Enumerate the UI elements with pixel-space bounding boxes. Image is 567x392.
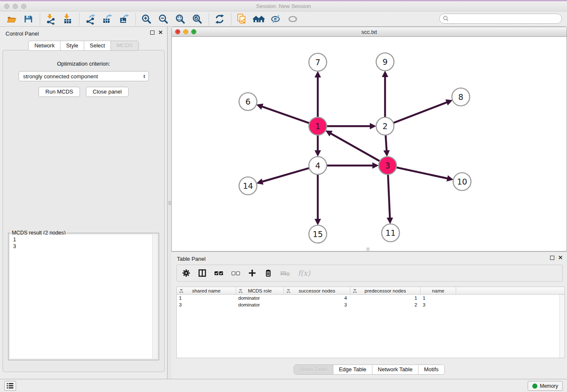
show-hidden-icon[interactable] xyxy=(286,13,299,25)
tab-motifs[interactable]: Motifs xyxy=(418,365,444,374)
search-input[interactable] xyxy=(449,15,561,22)
graph-node-10[interactable]: 10 xyxy=(453,173,471,190)
column-header-MCDS-role[interactable]: MCDS role xyxy=(236,287,284,294)
table-row[interactable]: 3dominator323 xyxy=(177,301,564,308)
duplicate-network-icon[interactable] xyxy=(236,13,248,25)
split-view-icon[interactable] xyxy=(198,269,206,277)
refresh-layout-icon[interactable] xyxy=(213,13,226,25)
graph-node-9[interactable]: 9 xyxy=(376,53,394,71)
edge-3-11[interactable] xyxy=(388,174,390,219)
cell-predecessor-nodes[interactable]: 2 xyxy=(350,301,421,308)
graph-node-7[interactable]: 7 xyxy=(309,53,327,71)
cell-successor-nodes[interactable]: 4 xyxy=(284,295,350,301)
network-window-titlebar[interactable]: ✕ − + scc.txt xyxy=(172,27,567,37)
network-canvas[interactable]: 7968124314101511 xyxy=(172,37,567,251)
select-all-icon[interactable] xyxy=(214,269,223,277)
toolbar-separator xyxy=(231,13,231,25)
tab-mcds[interactable]: MCDS xyxy=(110,41,138,51)
table-body: 1dominator4113dominator323 xyxy=(176,295,565,358)
chevron-up-down-icon: ▲▼ xyxy=(143,74,146,78)
svg-text:4: 4 xyxy=(315,161,320,170)
export-network-icon[interactable] xyxy=(84,13,96,25)
table-row[interactable]: 1dominator411 xyxy=(177,295,564,301)
table-header-row: shared nameMCDS rolesuccessor nodesprede… xyxy=(176,287,565,295)
tab-edge-table[interactable]: Edge Table xyxy=(333,365,372,374)
result-scrollbar[interactable] xyxy=(152,235,157,359)
table-settings-icon[interactable] xyxy=(182,269,190,277)
import-network-icon[interactable] xyxy=(44,13,57,25)
table-scrollbar[interactable] xyxy=(559,295,564,358)
list-icon xyxy=(6,383,14,389)
svg-text:11: 11 xyxy=(385,228,396,237)
edge-2-8[interactable] xyxy=(393,102,448,123)
save-session-icon[interactable] xyxy=(22,13,35,25)
hide-selected-icon[interactable] xyxy=(270,13,282,25)
cell-successor-nodes[interactable]: 3 xyxy=(284,301,350,308)
column-header-successor-nodes[interactable]: successor nodes xyxy=(284,287,350,294)
float-table-panel-icon[interactable] xyxy=(550,256,554,260)
zoom-out-icon[interactable] xyxy=(157,13,170,25)
close-panel-icon[interactable]: ✕ xyxy=(158,30,163,35)
tab-network[interactable]: Network xyxy=(28,41,60,51)
graph-node-8[interactable]: 8 xyxy=(452,88,470,106)
delete-column-icon[interactable] xyxy=(264,269,272,277)
edge-4-14[interactable] xyxy=(261,168,310,182)
criterion-dropdown[interactable]: strongly connected component ▲▼ xyxy=(19,71,149,81)
result-line: 1 xyxy=(13,236,151,243)
canvas-grip[interactable] xyxy=(366,248,369,251)
edge-1-6[interactable] xyxy=(261,106,310,124)
graph-node-2[interactable]: 2 xyxy=(376,117,394,135)
mcds-result-area[interactable]: 13 xyxy=(10,235,157,359)
graph-node-15[interactable]: 15 xyxy=(309,225,327,243)
close-panel-button[interactable]: Close panel xyxy=(86,87,129,97)
graph-node-1[interactable]: 1 xyxy=(309,117,327,135)
search-field[interactable] xyxy=(439,14,562,24)
graph-node-11[interactable]: 11 xyxy=(382,224,399,242)
cell-name[interactable]: 1 xyxy=(421,295,456,301)
add-column-icon[interactable] xyxy=(248,269,256,277)
search-icon xyxy=(443,15,449,22)
export-table-icon[interactable] xyxy=(101,13,113,25)
cell-predecessor-nodes[interactable]: 1 xyxy=(350,295,421,301)
status-bar: Memory xyxy=(0,379,567,392)
open-session-icon[interactable] xyxy=(5,13,18,25)
zoom-in-icon[interactable] xyxy=(140,13,153,25)
deselect-all-icon[interactable] xyxy=(231,269,240,277)
cell-name[interactable]: 3 xyxy=(421,301,456,308)
tab-style[interactable]: Style xyxy=(60,41,84,51)
tab-network-table[interactable]: Network Table xyxy=(372,365,418,374)
graph-node-3[interactable]: 3 xyxy=(379,157,396,174)
table-tabs: Node TableEdge TableNetwork TableMotifs xyxy=(294,364,444,375)
import-table-icon[interactable] xyxy=(61,13,74,25)
cell-MCDS-role[interactable]: dominator xyxy=(236,301,284,308)
export-image-icon[interactable] xyxy=(118,13,130,25)
vertical-splitter[interactable] xyxy=(168,27,171,379)
zoom-fit-icon[interactable] xyxy=(174,13,187,25)
column-header-predecessor-nodes[interactable]: predecessor nodes xyxy=(350,287,421,294)
float-panel-icon[interactable] xyxy=(150,30,154,35)
show-all-nodes-icon[interactable] xyxy=(253,13,265,25)
zoom-selected-icon[interactable] xyxy=(191,13,204,25)
close-table-panel-icon[interactable]: ✕ xyxy=(558,256,563,260)
edge-3-1[interactable] xyxy=(330,133,381,161)
memory-button[interactable]: Memory xyxy=(528,381,563,391)
tab-node-table[interactable]: Node Table xyxy=(294,365,333,374)
edge-3-10[interactable] xyxy=(396,167,449,179)
edge-2-3[interactable] xyxy=(385,134,387,152)
cell-shared-name[interactable]: 3 xyxy=(177,301,236,308)
tab-select[interactable]: Select xyxy=(84,41,110,51)
column-header-shared-name[interactable]: shared name xyxy=(177,287,236,294)
toolbar-separator xyxy=(135,13,136,25)
table-panel-title: Table Panel xyxy=(177,256,206,262)
cell-shared-name[interactable]: 1 xyxy=(177,295,236,301)
network-graph[interactable]: 7968124314101511 xyxy=(172,37,567,251)
graph-node-14[interactable]: 14 xyxy=(239,177,257,195)
task-history-button[interactable] xyxy=(4,381,16,391)
graph-node-6[interactable]: 6 xyxy=(239,93,257,110)
cell-MCDS-role[interactable]: dominator xyxy=(236,295,284,301)
graph-node-4[interactable]: 4 xyxy=(309,157,327,174)
splitter-grip[interactable] xyxy=(168,201,171,205)
run-mcds-button[interactable]: Run MCDS xyxy=(39,87,80,97)
column-header-name[interactable]: name xyxy=(421,287,456,294)
control-panel: Control Panel ✕ NetworkStyleSelectMCDS O… xyxy=(0,27,168,379)
